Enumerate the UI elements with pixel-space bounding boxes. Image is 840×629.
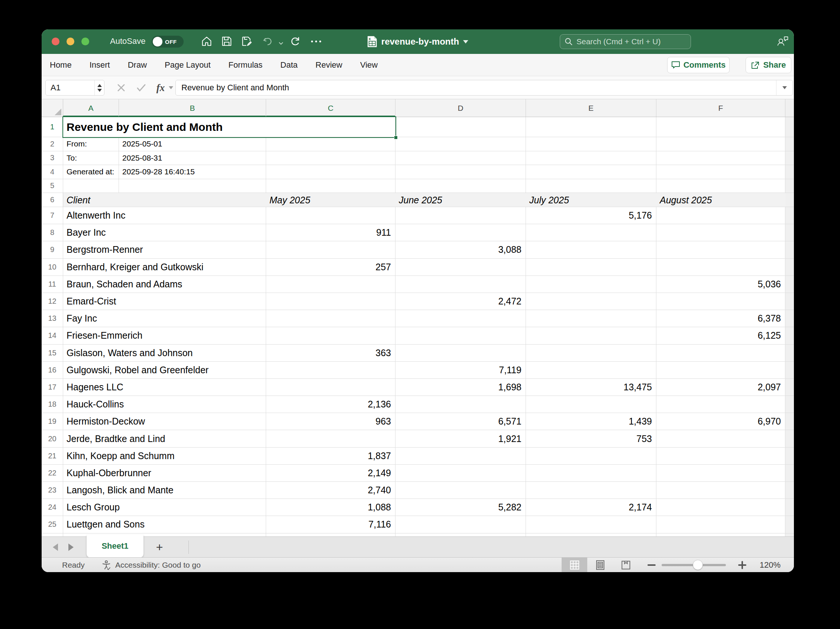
june-value-cell[interactable] [395, 207, 526, 224]
cell[interactable] [266, 179, 395, 193]
more-commands-icon[interactable] [310, 35, 322, 47]
tab-formulas[interactable]: Formulas [229, 60, 263, 70]
june-value-cell[interactable] [395, 276, 526, 292]
client-name-cell[interactable]: Jerde, Bradtke and Lind [63, 430, 266, 447]
june-value-cell[interactable]: 7,119 [395, 362, 526, 378]
july-value-cell[interactable] [526, 362, 656, 378]
select-all-corner[interactable] [42, 99, 63, 117]
column-header-e[interactable]: E [526, 99, 656, 117]
cell[interactable] [266, 165, 395, 179]
client-name-cell[interactable]: Bergstrom-Renner [63, 241, 266, 258]
july-value-cell[interactable] [526, 345, 656, 361]
confirm-entry-icon[interactable] [134, 80, 149, 96]
june-value-cell[interactable] [395, 259, 526, 275]
july-value-cell[interactable] [526, 224, 656, 241]
column-header-f[interactable]: F [656, 99, 785, 117]
search-input[interactable]: Search (Cmd + Ctrl + U) [560, 34, 691, 49]
meta-label-cell[interactable]: To: [63, 151, 119, 165]
undo-menu-chevron-icon[interactable] [278, 38, 284, 49]
column-header-a[interactable]: A [63, 99, 119, 117]
may-value-cell[interactable]: 911 [266, 224, 395, 241]
client-name-cell[interactable]: Hauck-Collins [63, 396, 266, 412]
row-header[interactable]: 19 [42, 413, 63, 430]
june-value-cell[interactable] [395, 465, 526, 481]
name-box[interactable]: A1 [45, 80, 104, 96]
client-name-cell[interactable]: Kuphal-Oberbrunner [63, 465, 266, 481]
cell[interactable] [266, 151, 395, 165]
row-header[interactable]: 2 [42, 137, 63, 151]
row-header[interactable]: 17 [42, 379, 63, 395]
july-value-cell[interactable] [526, 482, 656, 498]
function-chevron-icon[interactable] [167, 80, 175, 96]
july-value-cell[interactable] [526, 241, 656, 258]
row-header[interactable]: 16 [42, 362, 63, 378]
june-value-cell[interactable] [395, 396, 526, 412]
save-icon[interactable] [221, 35, 233, 47]
row-header[interactable]: 10 [42, 259, 63, 275]
may-value-cell[interactable] [266, 362, 395, 378]
meta-value-cell[interactable]: 2025-09-28 16:40:15 [119, 165, 266, 179]
june-value-cell[interactable] [395, 327, 526, 344]
zoom-in-button[interactable] [738, 561, 746, 569]
cell[interactable] [63, 179, 119, 193]
column-header-d[interactable]: D [395, 99, 526, 117]
home-icon[interactable] [201, 35, 213, 47]
cell[interactable] [656, 137, 785, 151]
row-header[interactable]: 20 [42, 430, 63, 447]
august-value-cell[interactable] [656, 259, 785, 275]
row-header[interactable]: 21 [42, 447, 63, 464]
august-value-cell[interactable] [656, 207, 785, 224]
july-value-cell[interactable] [526, 327, 656, 344]
may-value-cell[interactable] [266, 379, 395, 395]
june-value-cell[interactable] [395, 447, 526, 464]
client-name-cell[interactable]: Bernhard, Kreiger and Gutkowski [63, 259, 266, 275]
client-name-cell[interactable]: Friesen-Emmerich [63, 327, 266, 344]
document-title-menu[interactable]: x revenue-by-month [367, 29, 468, 54]
july-value-cell[interactable] [526, 396, 656, 412]
client-name-cell[interactable]: Altenwerth Inc [63, 207, 266, 224]
client-name-cell[interactable]: Gislason, Waters and Johnson [63, 345, 266, 361]
may-value-cell[interactable] [266, 293, 395, 310]
may-value-cell[interactable]: 1,837 [266, 447, 395, 464]
share-people-icon[interactable] [777, 35, 789, 47]
insert-function-icon[interactable]: fx [153, 80, 168, 96]
row-header[interactable]: 7 [42, 207, 63, 224]
cell[interactable] [395, 117, 526, 137]
may-value-cell[interactable]: 2,740 [266, 482, 395, 498]
august-value-cell[interactable]: 6,125 [656, 327, 785, 344]
client-name-cell[interactable]: Emard-Crist [63, 293, 266, 310]
july-value-cell[interactable] [526, 293, 656, 310]
august-value-cell[interactable] [656, 482, 785, 498]
client-name-cell[interactable]: Lesch Group [63, 499, 266, 515]
may-value-cell[interactable] [266, 327, 395, 344]
client-name-cell[interactable]: Bayer Inc [63, 224, 266, 241]
cell[interactable] [119, 179, 266, 193]
may-value-cell[interactable]: 963 [266, 413, 395, 430]
june-value-cell[interactable]: 3,088 [395, 241, 526, 258]
may-value-cell[interactable] [266, 207, 395, 224]
client-name-cell[interactable]: Braun, Schaden and Adams [63, 276, 266, 292]
may-value-cell[interactable] [266, 276, 395, 292]
row-header[interactable]: 14 [42, 327, 63, 344]
august-value-cell[interactable] [656, 396, 785, 412]
row-header[interactable]: 24 [42, 499, 63, 515]
formula-input[interactable]: Revenue by Client and Month [175, 80, 793, 96]
cancel-entry-icon[interactable] [114, 80, 129, 96]
july-value-cell[interactable]: 1,439 [526, 413, 656, 430]
may-value-cell[interactable]: 1,088 [266, 499, 395, 515]
row-header[interactable]: 18 [42, 396, 63, 412]
client-name-cell[interactable]: Hagenes LLC [63, 379, 266, 395]
july-value-cell[interactable] [526, 259, 656, 275]
august-value-cell[interactable] [656, 499, 785, 515]
undo-icon[interactable] [262, 35, 273, 47]
page-layout-view-button[interactable] [587, 558, 613, 572]
july-value-cell[interactable]: 5,176 [526, 207, 656, 224]
client-name-cell[interactable]: Gulgowski, Robel and Greenfelder [63, 362, 266, 378]
august-value-cell[interactable] [656, 293, 785, 310]
row-header[interactable]: 13 [42, 310, 63, 327]
june-value-cell[interactable] [395, 482, 526, 498]
column-header-c[interactable]: C [266, 99, 395, 117]
august-value-cell[interactable] [656, 224, 785, 241]
cell[interactable] [656, 151, 785, 165]
zoom-window-button[interactable] [81, 38, 89, 45]
